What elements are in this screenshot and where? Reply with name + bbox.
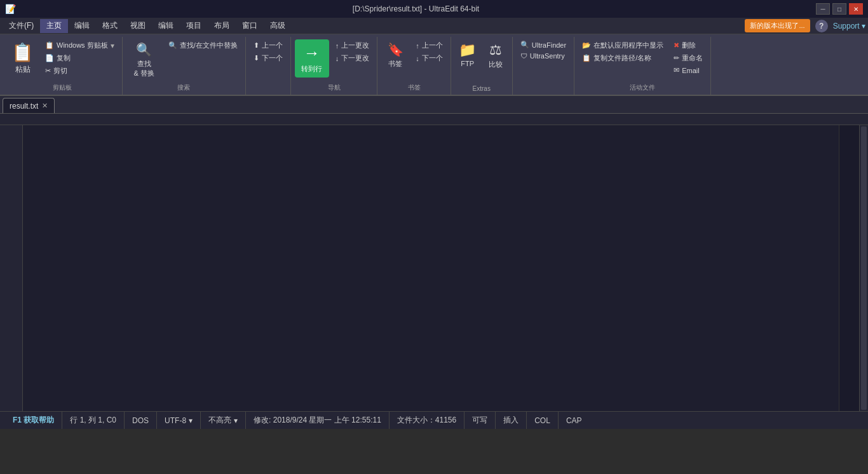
ultrasentry-icon: 🛡 (520, 52, 527, 60)
highlight-dropdown-icon: ▾ (234, 416, 238, 425)
bookmark-button[interactable]: 🔖 书签 (381, 39, 409, 71)
compare-icon: ⚖ (489, 42, 502, 58)
editor-content[interactable] (23, 125, 839, 411)
copy-path-icon: 📋 (582, 54, 591, 62)
clipboard-label: 剪贴板 (53, 83, 72, 92)
titlebar: 📝 [D:\Sprider\result.txt] - UltraEdit 64… (0, 0, 868, 18)
bookmark-up-icon: ↑ (416, 42, 419, 50)
goto-group: → 转到行 ↑ 上一更改 ↓ 下一更改 导航 (291, 37, 378, 95)
email-button[interactable]: ✉ Email (670, 65, 707, 76)
tab-result-txt[interactable]: result.txt ✕ (3, 98, 55, 113)
menu-edit2[interactable]: 编辑 (152, 19, 180, 33)
extras-group: 🔍 UltraFinder 🛡 UltraSentry (513, 37, 574, 95)
rename-button[interactable]: ✏ 重命名 (670, 52, 707, 64)
find-replace-button[interactable]: 🔍 查找 & 替换 (126, 39, 162, 81)
support-link[interactable]: Support ▾ (833, 22, 865, 30)
windows-clipboard-button[interactable]: 📋 Windows 剪贴板 ▾ (41, 39, 118, 51)
bookmark-down-button[interactable]: ↓ 下一个 (412, 52, 447, 64)
menu-project[interactable]: 项目 (180, 19, 208, 33)
help-status: F1 获取帮助 (5, 412, 62, 429)
prev-change-icon: ↑ (336, 42, 339, 50)
maximize-button[interactable]: □ (832, 3, 846, 15)
close-button[interactable]: ✕ (849, 3, 863, 15)
ftp-icon: 📁 (459, 42, 476, 58)
menu-advanced[interactable]: 高级 (264, 19, 292, 33)
app-icon: 📝 (5, 4, 16, 14)
open-icon: 📂 (582, 41, 591, 50)
email-icon: ✉ (674, 66, 679, 74)
tab-label: result.txt (10, 102, 38, 111)
active-files-group: 📂 在默认应用程序中显示 📋 复制文件路径/名称 ✖ 删除 ✏ 重命名 (574, 37, 711, 95)
cut-button[interactable]: ✂ 剪切 (41, 65, 118, 77)
next-change-icon: ↓ (336, 55, 339, 62)
menu-edit[interactable]: 编辑 (68, 19, 96, 33)
rename-icon: ✏ (674, 54, 679, 62)
line-numbers (0, 125, 23, 411)
cut-icon: ✂ (45, 67, 51, 75)
ultrafinder-button[interactable]: 🔍 UltraFinder (517, 39, 570, 50)
next-icon: ⬇ (254, 54, 259, 62)
title-icon: 📝 (5, 4, 16, 14)
goto-icon: → (304, 43, 320, 63)
find-icon: 🔍 (136, 42, 152, 57)
menu-layout[interactable]: 布局 (208, 19, 236, 33)
ruler (0, 114, 868, 125)
menu-home[interactable]: 主页 (40, 19, 68, 33)
copy-path-button[interactable]: 📋 复制文件路径/名称 (578, 52, 667, 64)
delete-icon: ✖ (674, 41, 679, 50)
menu-window[interactable]: 窗口 (236, 19, 264, 33)
minimize-button[interactable]: ─ (816, 3, 830, 15)
line-endings-dropdown[interactable]: DOS (125, 412, 157, 429)
search-label: 搜索 (177, 83, 190, 92)
prev-change-button[interactable]: ↑ 上一更改 (332, 39, 374, 51)
next-button[interactable]: ⬇ 下一个 (250, 52, 287, 64)
encoding-dropdown-icon: ▾ (189, 416, 193, 425)
scrollbar[interactable] (859, 125, 868, 411)
prev-button[interactable]: ⬆ 上一个 (250, 39, 287, 51)
tab-close-icon[interactable]: ✕ (42, 102, 48, 110)
encoding-dropdown[interactable]: UTF-8 ▾ (157, 412, 201, 429)
find-files-icon: 🔍 (168, 41, 177, 50)
insert-status: 插入 (496, 412, 527, 429)
editor-container (0, 125, 868, 411)
minimap (839, 125, 859, 411)
clipboard-icon: 📋 (45, 41, 54, 50)
ultrafinder-icon: 🔍 (520, 41, 529, 49)
extras-label: Extras (473, 85, 491, 92)
copy-icon: 📄 (45, 54, 54, 62)
menu-format[interactable]: 格式 (96, 19, 124, 33)
search-group: 🔍 查找 & 替换 🔍 查找/在文件中替换 搜索 (123, 37, 246, 95)
goto-button[interactable]: → 转到行 (295, 39, 329, 78)
menu-file[interactable]: 文件(F) (3, 19, 40, 33)
tabbar: result.txt ✕ (0, 96, 868, 114)
nav-group: ⬆ 上一个 ⬇ 下一个 (246, 37, 291, 95)
clipboard-group: 📋 粘贴 📋 Windows 剪贴板 ▾ 📄 复制 ✂ 剪切 剪贴板 (3, 37, 123, 95)
bookmark-icon: 🔖 (388, 42, 403, 57)
next-change-button[interactable]: ↓ 下一更改 (332, 52, 374, 64)
ftp-button[interactable]: 📁 FTP (455, 39, 480, 70)
compare-button[interactable]: ⚖ 比较 (483, 39, 508, 72)
find-in-files-button[interactable]: 🔍 查找/在文件中替换 (165, 39, 241, 51)
bookmark-up-button[interactable]: ↑ 上一个 (412, 39, 447, 51)
row-col-status: 行 1, 列 1, C0 (62, 412, 125, 429)
paste-icon: 📋 (11, 42, 34, 63)
window-title: [D:\Sprider\result.txt] - UltraEdit 64-b… (16, 4, 816, 13)
open-default-button[interactable]: 📂 在默认应用程序中显示 (578, 39, 667, 51)
bookmark-label: 书签 (408, 83, 421, 92)
goto-label: 导航 (328, 83, 341, 92)
new-version-button[interactable]: 新的版本出现了... (745, 19, 810, 32)
highlight-dropdown[interactable]: 不高亮 ▾ (201, 412, 246, 429)
modified-status: 修改: 2018/9/24 星期一 上午 12:55:11 (246, 412, 390, 429)
menu-view[interactable]: 视图 (124, 19, 152, 33)
dropdown-arrow-icon: ▾ (111, 41, 114, 50)
paste-button[interactable]: 📋 粘贴 (6, 39, 39, 78)
writeable-status: 可写 (465, 412, 496, 429)
help-button[interactable]: ? (815, 20, 828, 32)
delete-button[interactable]: ✖ 删除 (670, 39, 707, 51)
ftp-group: 📁 FTP ⚖ 比较 Extras (451, 37, 513, 95)
bookmark-down-icon: ↓ (416, 55, 419, 62)
window-controls: ─ □ ✕ (816, 3, 863, 15)
statusbar: F1 获取帮助 行 1, 列 1, C0 DOS UTF-8 ▾ 不高亮 ▾ 修… (0, 411, 868, 429)
ultrasentry-button[interactable]: 🛡 UltraSentry (517, 51, 570, 61)
copy-button[interactable]: 📄 复制 (41, 52, 118, 64)
